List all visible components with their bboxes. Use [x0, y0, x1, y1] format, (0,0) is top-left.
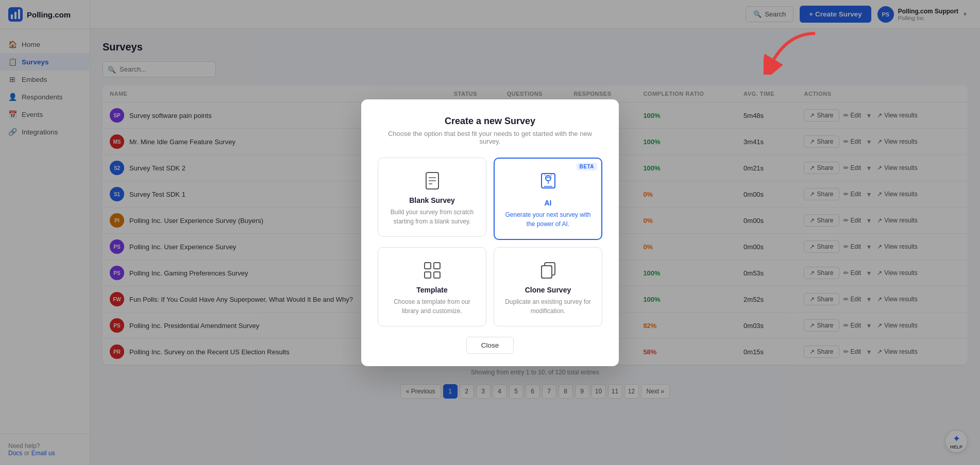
template-option[interactable]: Template Choose a template from our libr…: [378, 247, 486, 326]
clone-option-wrap: Clone Survey Duplicate an existing surve…: [494, 247, 602, 326]
ai-option-wrap: BETA AI Generate your next: [494, 158, 602, 240]
ai-survey-option[interactable]: BETA AI Generate your next: [494, 158, 602, 240]
blank-survey-option-wrap: Blank Survey Build your survey from scra…: [378, 158, 486, 240]
clone-desc: Duplicate an existing survey for modific…: [502, 297, 594, 316]
beta-badge: BETA: [577, 163, 597, 170]
template-desc: Choose a template from our library and c…: [386, 297, 478, 316]
blank-survey-option[interactable]: Blank Survey Build your survey from scra…: [378, 158, 486, 237]
svg-point-10: [546, 176, 551, 181]
blank-survey-title: Blank Survey: [386, 196, 478, 204]
red-arrow: [764, 28, 825, 77]
svg-point-13: [544, 174, 546, 176]
ai-option-desc: Generate your next survey with the power…: [503, 210, 593, 229]
svg-rect-16: [434, 263, 440, 269]
modal-overlay[interactable]: Create a new Survey Choose the option th…: [0, 0, 980, 465]
svg-point-14: [550, 174, 552, 176]
svg-rect-15: [425, 263, 431, 269]
template-title: Template: [386, 286, 478, 294]
ai-icon: [503, 171, 593, 194]
modal-title: Create a new Survey: [378, 116, 602, 127]
modal-close-button[interactable]: Close: [466, 337, 514, 354]
svg-rect-20: [542, 266, 552, 278]
template-icon: [386, 260, 478, 281]
clone-icon: [502, 260, 594, 281]
ai-option-title: AI: [503, 199, 593, 207]
svg-rect-18: [434, 272, 440, 278]
clone-option[interactable]: Clone Survey Duplicate an existing surve…: [494, 247, 602, 326]
blank-survey-desc: Build your survey from scratch starting …: [386, 208, 478, 226]
svg-rect-17: [425, 272, 431, 278]
blank-survey-icon: [386, 170, 478, 191]
modal-subtitle: Choose the option that best fit your nee…: [378, 130, 602, 145]
modal-options: Blank Survey Build your survey from scra…: [378, 158, 602, 326]
clone-title: Clone Survey: [502, 286, 594, 294]
create-survey-modal: Create a new Survey Choose the option th…: [361, 99, 619, 366]
template-option-wrap: Template Choose a template from our libr…: [378, 247, 486, 326]
